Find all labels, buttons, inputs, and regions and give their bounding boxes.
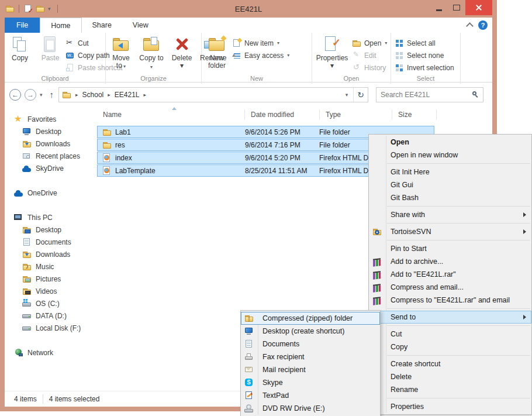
sidebar-item-desktop[interactable]: Desktop bbox=[5, 125, 97, 137]
sidebar-item-favorites[interactable]: Favorites bbox=[5, 113, 97, 125]
context-menu-item-delete[interactable]: Delete bbox=[369, 370, 531, 383]
forward-button[interactable]: → bbox=[25, 89, 36, 101]
new-folder-button[interactable]: New folder bbox=[202, 35, 232, 71]
context-menu-item-cut[interactable]: Cut bbox=[369, 328, 531, 341]
qat-properties-icon[interactable] bbox=[23, 4, 33, 13]
paste-button[interactable]: Paste bbox=[35, 35, 65, 63]
breadcrumb[interactable]: ▸ School ▸ EE421L ▸ ▾ ↻ bbox=[58, 87, 368, 102]
documents-icon bbox=[22, 238, 32, 247]
send-to-item-documents[interactable]: Documents bbox=[241, 338, 380, 350]
send-to-item-desktop-create-shortcut[interactable]: Desktop (create shortcut) bbox=[241, 325, 380, 338]
refresh-icon[interactable]: ↻ bbox=[353, 88, 368, 102]
music-folder-icon bbox=[22, 262, 32, 271]
context-menu-item-git-init-here[interactable]: Git Init Here bbox=[369, 166, 531, 178]
send-to-item-skype[interactable]: Skype bbox=[241, 376, 380, 389]
select-all-button[interactable]: Select all bbox=[395, 37, 454, 49]
ribbon-tabs: File Home Share View ? bbox=[5, 18, 492, 33]
context-menu-item-git-bash[interactable]: Git Bash bbox=[369, 191, 531, 204]
tab-share[interactable]: Share bbox=[82, 18, 122, 33]
context-menu-item-open[interactable]: Open bbox=[369, 136, 531, 149]
address-dropdown-chevron-icon[interactable]: ▾ bbox=[340, 92, 353, 98]
column-header-name[interactable]: Name bbox=[97, 109, 245, 120]
context-menu-item-send-to[interactable]: Send to bbox=[369, 311, 531, 324]
send-to-item-dvd-rw-drive-e[interactable]: DVD RW Drive (E:) bbox=[241, 402, 380, 415]
send-to-item-mail-recipient[interactable]: Mail recipient bbox=[241, 363, 380, 376]
column-header-size[interactable]: Size bbox=[392, 109, 437, 120]
folder-icon bbox=[102, 128, 112, 137]
copy-path-icon bbox=[65, 51, 75, 60]
context-menu-item-create-shortcut[interactable]: Create shortcut bbox=[369, 357, 531, 370]
sidebar-item-local-disk-f[interactable]: Local Disk (F:) bbox=[5, 322, 97, 334]
zip-folder-icon bbox=[244, 314, 254, 323]
sidebar-item-this-pc[interactable]: This PC bbox=[5, 211, 97, 224]
qat-new-folder-icon[interactable] bbox=[36, 4, 45, 13]
sidebar-item-videos[interactable]: Videos bbox=[5, 285, 97, 297]
minimize-button[interactable] bbox=[430, 0, 448, 15]
help-icon[interactable]: ? bbox=[478, 20, 488, 30]
close-button[interactable] bbox=[465, 0, 492, 15]
context-menu-item-compress-to-rar-and-email[interactable]: Compress to "EE421L.rar" and email bbox=[369, 294, 531, 307]
tab-home[interactable]: Home bbox=[40, 18, 81, 33]
context-menu-item-properties[interactable]: Properties bbox=[369, 400, 531, 413]
context-menu-item-git-gui[interactable]: Git Gui bbox=[369, 178, 531, 191]
search-icon[interactable] bbox=[471, 90, 481, 99]
sidebar-item-data-d[interactable]: DATA (D:) bbox=[5, 310, 97, 322]
context-menu-item-pin-to-start[interactable]: Pin to Start bbox=[369, 242, 531, 255]
maximize-button[interactable] bbox=[448, 0, 465, 15]
column-header-type[interactable]: Type bbox=[320, 109, 392, 120]
move-to-button[interactable]: Move to bbox=[106, 35, 136, 71]
open-button[interactable]: Open bbox=[352, 37, 387, 49]
paste-shortcut-icon bbox=[65, 63, 75, 73]
edit-button[interactable]: Edit bbox=[352, 49, 387, 61]
history-button[interactable]: History bbox=[352, 61, 387, 74]
menu-separator bbox=[387, 163, 530, 164]
qat-customize-chevron-icon[interactable]: ▾ bbox=[48, 6, 51, 12]
copy-to-icon bbox=[142, 36, 161, 53]
sidebar-item-onedrive[interactable]: OneDrive bbox=[5, 187, 97, 199]
context-menu-item-add-to-archive[interactable]: Add to archive... bbox=[369, 255, 531, 268]
context-menu-item-add-to-rar[interactable]: Add to "EE421L.rar" bbox=[369, 268, 531, 281]
pictures-folder-icon bbox=[22, 274, 32, 284]
delete-button[interactable]: Delete bbox=[167, 35, 197, 71]
send-to-item-textpad[interactable]: TextPad bbox=[241, 389, 380, 402]
sidebar-item-desktop-pc[interactable]: Desktop bbox=[5, 224, 97, 236]
search-box[interactable] bbox=[376, 87, 483, 102]
column-header-date-modified[interactable]: Date modified bbox=[245, 109, 320, 120]
properties-button[interactable]: Properties bbox=[312, 35, 352, 71]
breadcrumb-item-ee421l[interactable]: EE421L bbox=[115, 91, 140, 99]
context-menu-item-copy[interactable]: Copy bbox=[369, 341, 531, 353]
invert-selection-button[interactable]: Invert selection bbox=[395, 61, 454, 74]
easy-access-button[interactable]: Easy access bbox=[232, 49, 289, 61]
recent-locations-chevron-icon[interactable]: ▾ bbox=[40, 92, 43, 98]
send-to-item-compressed-zipped-folder[interactable]: Compressed (zipped) folder bbox=[241, 312, 380, 325]
new-item-button[interactable]: New item bbox=[232, 37, 289, 49]
winrar-icon bbox=[372, 283, 382, 292]
breadcrumb-item-school[interactable]: School bbox=[82, 91, 104, 99]
sidebar-item-pictures[interactable]: Pictures bbox=[5, 273, 97, 285]
tab-file[interactable]: File bbox=[5, 18, 40, 33]
sidebar-item-os-c[interactable]: OS (C:) bbox=[5, 297, 97, 310]
search-input[interactable] bbox=[376, 91, 471, 99]
sidebar-item-skydrive[interactable]: SkyDrive bbox=[5, 162, 97, 174]
sidebar-item-music[interactable]: Music bbox=[5, 260, 97, 273]
minimize-ribbon-icon[interactable] bbox=[466, 22, 474, 30]
back-button[interactable]: ← bbox=[9, 89, 21, 101]
send-to-item-fax-recipient[interactable]: Fax recipient bbox=[241, 350, 380, 363]
qat-folder-icon[interactable] bbox=[5, 4, 15, 13]
copy-to-button[interactable]: Copy to bbox=[136, 35, 167, 72]
sidebar-item-recent-places[interactable]: Recent places bbox=[5, 150, 97, 162]
tab-view[interactable]: View bbox=[122, 18, 159, 33]
up-button[interactable]: ↑ bbox=[50, 90, 54, 99]
context-menu-item-rename[interactable]: Rename bbox=[369, 383, 531, 396]
context-menu-item-open-new-window[interactable]: Open in new window bbox=[369, 149, 531, 161]
context-menu-item-compress-and-email[interactable]: Compress and email... bbox=[369, 281, 531, 294]
sidebar-item-network[interactable]: Network bbox=[5, 346, 97, 359]
copy-button[interactable]: Copy bbox=[5, 35, 35, 63]
context-menu-item-tortoisesvn[interactable]: TortoiseSVN bbox=[369, 225, 531, 238]
sidebar-item-downloads-pc[interactable]: Downloads bbox=[5, 248, 97, 260]
sidebar-item-downloads[interactable]: Downloads bbox=[5, 137, 97, 150]
context-menu-item-share-with[interactable]: Share with bbox=[369, 208, 531, 221]
sidebar-item-documents[interactable]: Documents bbox=[5, 236, 97, 248]
move-to-icon bbox=[112, 36, 130, 53]
select-none-button[interactable]: Select none bbox=[395, 49, 454, 61]
